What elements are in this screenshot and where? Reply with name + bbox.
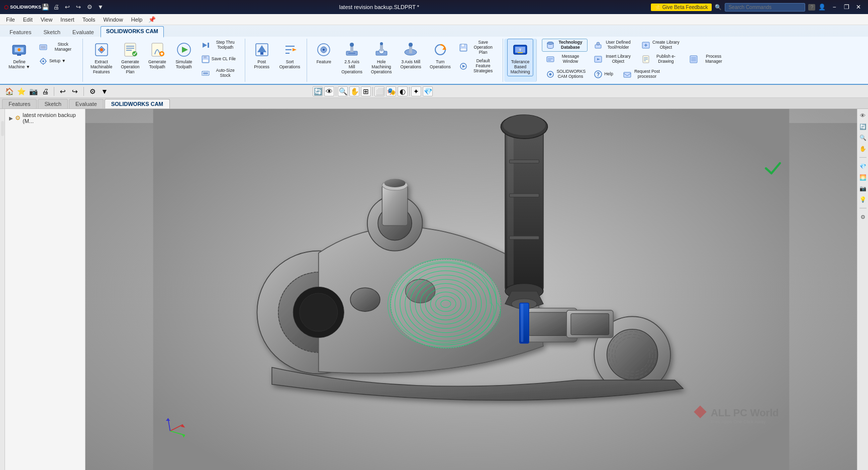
tab-sketch[interactable]: Sketch xyxy=(38,27,66,37)
process-manager-btn[interactable]: Process Manager xyxy=(685,53,731,66)
vp-render-icon[interactable]: ✦ xyxy=(411,86,421,96)
qa-undo-btn[interactable]: ↩ xyxy=(62,2,72,12)
auto-size-stock-btn[interactable]: Auto-Size Stock xyxy=(198,67,242,80)
step-thru-toolpath-btn[interactable]: Step Thru Toolpath xyxy=(198,39,242,52)
vp-rotate-icon[interactable]: 🔄 xyxy=(313,86,323,96)
hole-machining-btn[interactable]: HoleMachiningOperations xyxy=(367,39,396,76)
3-axis-mill-btn[interactable]: 3 Axis MillOperations xyxy=(397,39,425,72)
post-process-btn[interactable]: PostProcess xyxy=(249,39,274,72)
3d-viewport[interactable]: ALL PC World Free Apps One Click Away xyxy=(85,109,857,470)
sidebar-pan-icon[interactable]: ✋ xyxy=(858,144,867,153)
tolerance-based-machining-btn[interactable]: T ToleranceBasedMachining xyxy=(507,39,534,76)
simulate-toolpath-btn[interactable]: SimulateToolpath xyxy=(171,39,197,72)
feedback-button[interactable]: ⭐ Give Beta Feedback xyxy=(651,4,712,11)
sw-cam-options-btn[interactable]: SOLIDWORKS CAM Options xyxy=(542,68,588,81)
define-machine-btn[interactable]: DefineMachine ▼ xyxy=(5,39,34,72)
sidebar-zoom-icon[interactable]: 🔍 xyxy=(858,133,867,142)
account-btn[interactable]: 👤 xyxy=(818,4,826,11)
menu-tools[interactable]: Tools xyxy=(78,16,100,24)
setup-btn[interactable]: Setup ▼ xyxy=(36,55,79,68)
tree-root-item[interactable]: ▶ ⚙ latest revision backup (M... xyxy=(7,111,83,125)
vp-fit-icon[interactable]: ⊞ xyxy=(361,86,371,96)
define-machine-label: DefineMachine ▼ xyxy=(9,60,30,70)
menu-view[interactable]: View xyxy=(37,16,57,24)
menu-insert[interactable]: Insert xyxy=(56,16,78,24)
tiny-sidebar-handle[interactable] xyxy=(1,121,4,136)
vp-shadow-icon[interactable]: ◐ xyxy=(398,86,408,96)
gen-operation-plan-btn[interactable]: GenerateOperationPlan xyxy=(117,39,143,76)
save-operation-plan-btn[interactable]: Save Operation Plan xyxy=(456,39,500,56)
sidebar-view-icon[interactable]: 👁 xyxy=(858,111,867,120)
sort-operations-btn[interactable]: SortOperations xyxy=(276,39,304,72)
turn-operations-btn[interactable]: TurnOperations xyxy=(426,39,454,72)
cmd-settings-icon[interactable]: ⚙ xyxy=(87,86,98,96)
svg-point-96 xyxy=(300,293,338,331)
left-panel: ▶ ⚙ latest revision backup (M... xyxy=(5,109,85,470)
message-window-btn[interactable]: Message Window xyxy=(542,53,588,66)
vp-shading-icon[interactable]: 🎭 xyxy=(386,86,396,96)
close-btn[interactable]: ✕ xyxy=(853,3,864,12)
svg-point-126 xyxy=(503,115,545,135)
2-5-axis-mill-btn[interactable]: 2.5 AxisMillOperations xyxy=(338,39,366,76)
step-thru-label: Step Thru Toolpath xyxy=(212,40,239,50)
cmd-undo-icon[interactable]: ↩ xyxy=(58,86,68,96)
qa-save-btn[interactable]: 💾 xyxy=(40,2,50,12)
sidebar-light-icon[interactable]: 💡 xyxy=(858,195,867,204)
sidebar-custom-icon[interactable]: ⚙ xyxy=(858,212,867,221)
stock-manager-btn[interactable]: Stock Manager xyxy=(36,41,79,54)
sw-tab-features[interactable]: Features xyxy=(2,99,37,108)
cmd-home-icon[interactable]: 🏠 xyxy=(4,86,14,96)
request-post-btn[interactable]: Request Post processor xyxy=(619,68,664,81)
default-feat-icon xyxy=(458,61,468,71)
sw-tab-evaluate[interactable]: Evaluate xyxy=(69,99,104,108)
minimize-btn[interactable]: − xyxy=(829,3,840,12)
vp-view-icon[interactable]: 👁 xyxy=(324,86,334,96)
svg-marker-36 xyxy=(293,48,297,51)
stock-manager-icon xyxy=(38,42,48,52)
svg-rect-54 xyxy=(461,44,464,47)
sidebar-scene-icon[interactable]: 🌅 xyxy=(858,173,867,182)
vp-pan-icon[interactable]: ✋ xyxy=(349,86,359,96)
feature-btn[interactable]: Feature xyxy=(311,39,336,67)
help-btn[interactable]: ? xyxy=(808,4,815,11)
gen-toolpath-btn[interactable]: GenerateToolpath xyxy=(145,39,170,72)
vp-sep3 xyxy=(409,87,410,96)
insert-library-btn[interactable]: Insert Library Object xyxy=(590,53,635,66)
qa-settings-btn[interactable]: ⚙ xyxy=(84,2,94,12)
cmd-print-icon[interactable]: 🖨 xyxy=(40,86,50,96)
sidebar-appear-icon[interactable]: 💎 xyxy=(858,162,867,171)
qa-dropdown-btn[interactable]: ▼ xyxy=(95,2,106,12)
technology-database-btn[interactable]: Technology Database xyxy=(542,39,588,52)
default-feature-strategies-btn[interactable]: Default Feature Strategies xyxy=(456,57,500,75)
qa-redo-btn[interactable]: ↪ xyxy=(73,2,83,12)
extract-features-btn[interactable]: ExtractMachinableFeatures xyxy=(87,39,116,76)
pin-icon[interactable]: 📌 xyxy=(148,16,156,23)
cmd-camera-icon[interactable]: 📷 xyxy=(28,86,38,96)
vp-appear-icon[interactable]: 💎 xyxy=(423,86,433,96)
ribbon: Features Sketch Evaluate SOLIDWORKS CAM xyxy=(0,25,868,85)
tab-solidworks-cam[interactable]: SOLIDWORKS CAM xyxy=(101,26,164,38)
menu-help[interactable]: Help xyxy=(127,16,147,24)
user-defined-tool-btn[interactable]: User Defined Tool/Holder xyxy=(590,39,635,52)
create-library-btn[interactable]: Create Library Object xyxy=(637,39,683,52)
qa-print-btn[interactable]: 🖨 xyxy=(51,2,61,12)
search-input[interactable] xyxy=(725,3,805,12)
sidebar-camera-icon[interactable]: 📷 xyxy=(858,184,867,193)
save-cl-file-btn[interactable]: Save CL File xyxy=(198,53,242,66)
menu-window[interactable]: Window xyxy=(100,16,127,24)
sw-tab-sketch[interactable]: Sketch xyxy=(38,99,68,108)
menu-file[interactable]: File xyxy=(2,16,19,24)
sidebar-rotate-icon[interactable]: 🔄 xyxy=(858,122,867,131)
menu-edit[interactable]: Edit xyxy=(19,16,37,24)
vp-zoom-icon[interactable]: 🔍 xyxy=(338,86,348,96)
cmd-dropdown-icon[interactable]: ▼ xyxy=(100,86,110,96)
restore-btn[interactable]: ❐ xyxy=(841,3,852,12)
tab-evaluate[interactable]: Evaluate xyxy=(67,27,100,37)
cmd-redo-icon[interactable]: ↪ xyxy=(70,86,80,96)
tab-features[interactable]: Features xyxy=(4,27,37,37)
cmd-star-icon[interactable]: ⭐ xyxy=(16,86,26,96)
publish-edrawing-btn[interactable]: Publish e-Drawing xyxy=(637,53,683,66)
sw-tab-solidworks-cam[interactable]: SOLIDWORKS CAM xyxy=(105,99,170,108)
help-btn[interactable]: ? Help xyxy=(590,68,616,81)
vp-section-icon[interactable]: ⬜ xyxy=(374,86,384,96)
